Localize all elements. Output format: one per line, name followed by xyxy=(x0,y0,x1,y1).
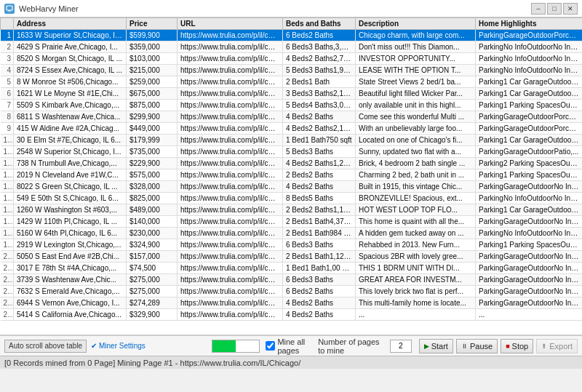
table-row[interactable]: 12 738 N Trumbull Ave,Chicago,... $229,9… xyxy=(1,158,583,169)
col-description[interactable]: Description xyxy=(356,18,476,30)
table-row[interactable]: 1 1633 W Superior St,Chicago, IL... $599… xyxy=(1,30,583,41)
cell-description: Charming 2 bed, 2 bath unit in ... xyxy=(356,169,476,181)
pages-input[interactable] xyxy=(390,340,412,353)
row-number: 23 xyxy=(1,286,14,297)
table-row[interactable]: 7 5509 S Kimbark Ave,Chicago,... $875,00… xyxy=(1,100,583,111)
cell-highlights: ParkingNo InfoOutdoorNo Info... xyxy=(476,53,583,65)
cell-description: A hidden gem tucked away on ... xyxy=(356,228,476,239)
col-address[interactable]: Address xyxy=(14,18,127,30)
table-row[interactable]: 20 5050 S East End Ave #2B,Chi... $157,0… xyxy=(1,251,583,263)
cell-description: Sunny, updated two flat with a... xyxy=(356,146,476,158)
table-row[interactable]: 19 2919 W Lexington St,Chicago,... $324,… xyxy=(1,239,583,251)
table-row[interactable]: 15 549 E 50th St S,Chicago, IL 6... $825… xyxy=(1,193,583,204)
row-number: 4 xyxy=(1,65,14,76)
status-bar: [0 Records mined from 0 Page] Mining Pag… xyxy=(0,356,582,369)
cell-highlights: ParkingGarageOutdoorPorch,... xyxy=(476,30,583,41)
table-row[interactable]: 2 4629 S Prairie Ave,Chicago, I... $359,… xyxy=(1,41,583,53)
cell-highlights: Parking1 Parking SpacesOutd... xyxy=(476,169,583,181)
row-number: 1 xyxy=(1,30,14,41)
table-row[interactable]: 10 30 E Elm St #7E,Chicago, IL 6... $179… xyxy=(1,135,583,146)
table-row[interactable]: 21 3017 E 78th St #4A,Chicago,... $74,50… xyxy=(1,263,583,274)
maximize-button[interactable]: □ xyxy=(547,3,562,15)
close-button[interactable]: ✕ xyxy=(563,3,578,15)
cell-highlights: ParkingGarageOutdoorPorchA... xyxy=(476,123,583,135)
table-row[interactable]: 16 1260 W Washington St #603,... $489,00… xyxy=(1,204,583,216)
cell-address: 6811 S Washtenaw Ave,Chica... xyxy=(14,111,127,123)
cell-description: Don't miss out!!! This Diamon... xyxy=(356,41,476,53)
cell-description: GREAT AREA FOR INVESTM... xyxy=(356,274,476,286)
cell-highlights: ParkingGarageOutdoorNo Info... xyxy=(476,274,583,286)
cell-address: 30 E Elm St #7E,Chicago, IL 6... xyxy=(14,135,127,146)
table-row[interactable]: 25 5414 S California Ave,Chicago... $329… xyxy=(1,309,583,321)
cell-address: 5509 S Kimbark Ave,Chicago,... xyxy=(14,100,127,111)
play-icon: ▶ xyxy=(424,343,429,350)
table-row[interactable]: 3 8520 S Morgan St,Chicago, IL ... $103,… xyxy=(1,53,583,65)
export-button[interactable]: ⬆ Export xyxy=(536,339,578,353)
cell-address: 1633 W Superior St,Chicago, IL... xyxy=(14,30,127,41)
cell-url: https://www.trulia.com/p/il/chi... xyxy=(178,111,283,123)
pause-icon: ⏸ xyxy=(461,343,468,350)
table-header-row: Address Price URL Beds and Baths Descrip… xyxy=(1,18,583,30)
col-num xyxy=(1,18,14,30)
cell-url: https://www.trulia.com/p/il/chi... xyxy=(178,286,283,297)
col-beds-baths[interactable]: Beds and Baths xyxy=(283,18,356,30)
col-highlights[interactable]: Home Highlights xyxy=(476,18,583,30)
bottom-bar: Auto scroll above table ✔ Miner Settings… xyxy=(0,335,582,356)
minimize-button[interactable]: – xyxy=(531,3,546,15)
cell-description: This lovely brick two flat is perf... xyxy=(356,286,476,297)
cell-address: 6944 S Vernon Ave,Chicago, I... xyxy=(14,297,127,309)
table-row[interactable]: 14 8022 S Green St,Chicago, IL ... $328,… xyxy=(1,181,583,193)
table-row[interactable]: 6 1621 W Le Moyne St #1E,Chi... $675,000… xyxy=(1,88,583,100)
table-row[interactable]: 18 5160 W 64th Pl,Chicago, IL 6... $230,… xyxy=(1,228,583,239)
cell-price: $324,900 xyxy=(127,239,178,251)
table-row[interactable]: 8 6811 S Washtenaw Ave,Chica... $299,900… xyxy=(1,111,583,123)
table-row[interactable]: 17 1429 W 110th Pl,Chicago, IL ... $140,… xyxy=(1,216,583,228)
cell-description: Beautiful light filled Wicker Par... xyxy=(356,88,476,100)
data-table: Address Price URL Beds and Baths Descrip… xyxy=(0,17,582,321)
stop-button[interactable]: ■ Stop xyxy=(501,339,533,353)
table-row[interactable]: 11 2548 W Superior St,Chicago, I... $735… xyxy=(1,146,583,158)
row-number: 20 xyxy=(1,251,14,263)
cell-price: $449,000 xyxy=(127,123,178,135)
cell-url: https://www.trulia.com/p/il/chi... xyxy=(178,251,283,263)
start-button[interactable]: ▶ Start xyxy=(419,339,453,353)
table-row[interactable]: 24 6944 S Vernon Ave,Chicago, I... $274,… xyxy=(1,297,583,309)
row-number: 19 xyxy=(1,239,14,251)
table-row[interactable]: 13 2019 N Cleveland Ave #1W,C... $575,00… xyxy=(1,169,583,181)
row-number: 7 xyxy=(1,100,14,111)
cell-beds-baths: 4 Beds2 Baths2,180 sqft xyxy=(283,123,356,135)
table-row[interactable]: 5 8 W Monroe St #506,Chicago... $259,000… xyxy=(1,76,583,88)
cell-beds-baths: 5 Beds3 Baths xyxy=(283,146,356,158)
cell-description: With an unbelievably large foo... xyxy=(356,123,476,135)
mine-all-pages-checkbox[interactable] xyxy=(266,341,275,351)
table-row[interactable]: 9 415 W Aldine Ave #2A,Chicag... $449,00… xyxy=(1,123,583,135)
cell-description: State Street Views 2 bed/1 ba... xyxy=(356,76,476,88)
cell-price: $274,289 xyxy=(127,297,178,309)
mine-all-pages-label: Mine all pages xyxy=(266,337,312,355)
cell-beds-baths: 5 Beds3 Baths1,987 sqft xyxy=(283,65,356,76)
cell-url: https://www.trulia.com/p/il/chi... xyxy=(178,41,283,53)
cell-highlights: Parking1 Car GarageOutdoorN... xyxy=(476,76,583,88)
table-row[interactable]: 23 7632 S Emerald Ave,Chicago,... $275,0… xyxy=(1,286,583,297)
cell-url: https://www.trulia.com/p/il/chi... xyxy=(178,158,283,169)
cell-address: 2019 N Cleveland Ave #1W,C... xyxy=(14,169,127,181)
cell-price: $489,000 xyxy=(127,204,178,216)
col-price[interactable]: Price xyxy=(127,18,178,30)
table-container[interactable]: Address Price URL Beds and Baths Descrip… xyxy=(0,17,582,335)
col-url[interactable]: URL xyxy=(178,18,283,30)
pause-button[interactable]: ⏸ Pause xyxy=(456,339,498,353)
cell-price: $259,000 xyxy=(127,76,178,88)
cell-beds-baths: 4 Beds2 Baths xyxy=(283,309,356,321)
row-number: 8 xyxy=(1,111,14,123)
cell-address: 5050 S East End Ave #2B,Chi... xyxy=(14,251,127,263)
cell-highlights: Parking1 Parking SpacesOutd... xyxy=(476,239,583,251)
auto-scroll-button[interactable]: Auto scroll above table xyxy=(4,340,87,353)
miner-settings-button[interactable]: ✔ Miner Settings xyxy=(91,340,146,353)
cell-description: INVESTOR OPPORTUNITY... xyxy=(356,53,476,65)
cell-url: https://www.trulia.com/p/il/chi... xyxy=(178,239,283,251)
main-area: Address Price URL Beds and Baths Descrip… xyxy=(0,17,582,335)
table-row[interactable]: 22 3739 S Washtenaw Ave,Chic... $275,000… xyxy=(1,274,583,286)
cell-beds-baths: 1 Bed1 Bath1,00 sqft xyxy=(283,263,356,274)
table-row[interactable]: 4 8724 S Essex Ave,Chicago, IL ... $215,… xyxy=(1,65,583,76)
cell-url: https://www.trulia.com/p/il/chi... xyxy=(178,228,283,239)
